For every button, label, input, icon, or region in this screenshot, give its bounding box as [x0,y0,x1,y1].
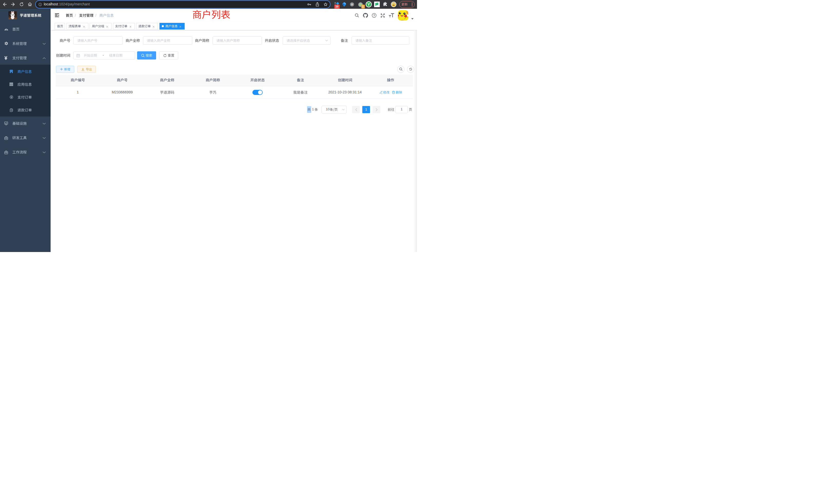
svg-text:?: ? [373,14,375,17]
